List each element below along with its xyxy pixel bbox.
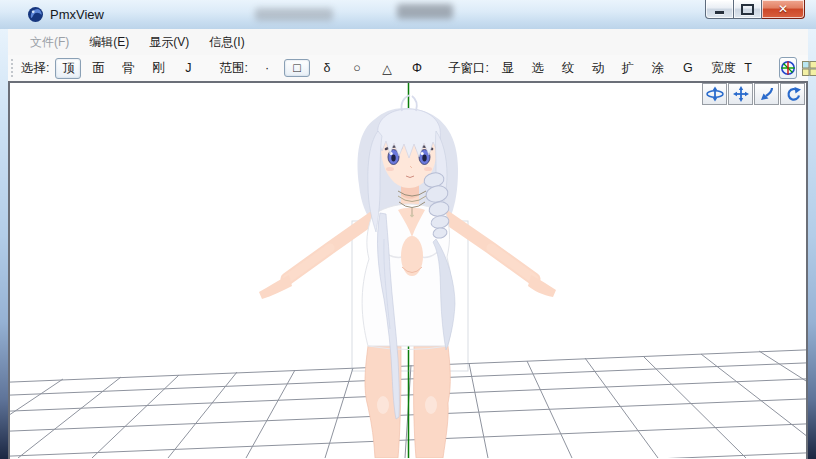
- rotate-view-button[interactable]: [780, 83, 805, 105]
- orbit-button[interactable]: [702, 83, 727, 105]
- minimize-icon: [715, 11, 724, 14]
- subwindow-group-label: 子窗口:: [448, 60, 489, 77]
- select-group-label: 选择:: [21, 60, 49, 77]
- window-title: PmxView: [50, 7, 104, 22]
- subwindow-select-button[interactable]: 选: [525, 58, 551, 79]
- range-circle-button[interactable]: ○: [344, 59, 370, 77]
- zoom-view-icon: [759, 86, 775, 102]
- menu-file[interactable]: 文件(F): [20, 30, 79, 55]
- menu-edit[interactable]: 编辑(E): [79, 30, 139, 55]
- subwindow-g-button[interactable]: G: [675, 59, 701, 77]
- subwindow-extend-button[interactable]: 扩: [615, 58, 641, 79]
- character-model: [259, 95, 556, 458]
- close-icon: ✕: [778, 3, 788, 15]
- client-area: 文件(F) 编辑(E) 显示(V) 信息(I) 选择: 顶 面 骨 刚 J 范围…: [8, 29, 808, 459]
- titlebar[interactable]: PmxView ✕: [0, 0, 816, 30]
- menu-view[interactable]: 显示(V): [139, 30, 199, 55]
- maximize-button[interactable]: [734, 0, 762, 19]
- window-border-right: [807, 29, 816, 459]
- quad-view-button[interactable]: [801, 57, 816, 79]
- redacted-blur: [397, 4, 453, 19]
- pmxview-window: PmxView ✕ 文件(F) 编辑(E) 显示(V) 信息(I) 选择: 顶 …: [0, 0, 816, 459]
- zoom-view-button[interactable]: [754, 83, 779, 105]
- subwindow-display-button[interactable]: 显: [495, 58, 521, 79]
- minimize-button[interactable]: [705, 0, 734, 19]
- range-delta-button[interactable]: δ: [314, 59, 340, 77]
- menu-info[interactable]: 信息(I): [199, 30, 254, 55]
- toolbar-gripper[interactable]: [11, 59, 13, 77]
- subwindow-t-button[interactable]: T: [735, 59, 761, 77]
- close-button[interactable]: ✕: [762, 0, 805, 19]
- rotate-view-icon: [785, 86, 801, 102]
- redacted-blur: [255, 8, 333, 21]
- toolbar: 选择: 顶 面 骨 刚 J 范围: · □ δ ○ △ Φ 子窗口: 显 选 纹…: [8, 55, 808, 82]
- select-rigid-button[interactable]: 刚: [145, 58, 171, 79]
- maximize-icon: [741, 4, 754, 15]
- select-face-button[interactable]: 面: [85, 58, 111, 79]
- viewport-canvas[interactable]: [8, 81, 808, 458]
- app-icon: [27, 6, 44, 23]
- range-box-button[interactable]: □: [284, 59, 310, 77]
- menubar: 文件(F) 编辑(E) 显示(V) 信息(I): [8, 29, 808, 55]
- pan-button[interactable]: [728, 83, 753, 105]
- subwindow-motion-button[interactable]: 动: [585, 58, 611, 79]
- subwindow-paint-button[interactable]: 涂: [645, 58, 671, 79]
- window-controls: ✕: [705, 0, 805, 20]
- range-point-button[interactable]: ·: [254, 59, 280, 77]
- range-phi-button[interactable]: Φ: [404, 59, 430, 77]
- select-vertex-button[interactable]: 顶: [55, 58, 81, 79]
- orbit-icon: [706, 86, 724, 102]
- select-joint-button[interactable]: J: [175, 59, 201, 77]
- viewport[interactable]: [8, 81, 808, 459]
- axis-sphere-icon: [780, 60, 796, 76]
- range-group-label: 范围:: [219, 60, 247, 77]
- viewport-nav-buttons: [701, 83, 805, 105]
- subwindow-width-button[interactable]: 宽度: [705, 58, 731, 79]
- quad-view-icon: [802, 61, 816, 76]
- subwindow-texture-button[interactable]: 纹: [555, 58, 581, 79]
- select-bone-button[interactable]: 骨: [115, 58, 141, 79]
- range-triangle-button[interactable]: △: [374, 59, 400, 78]
- axis-sphere-button[interactable]: [779, 57, 797, 79]
- pan-icon: [733, 86, 749, 102]
